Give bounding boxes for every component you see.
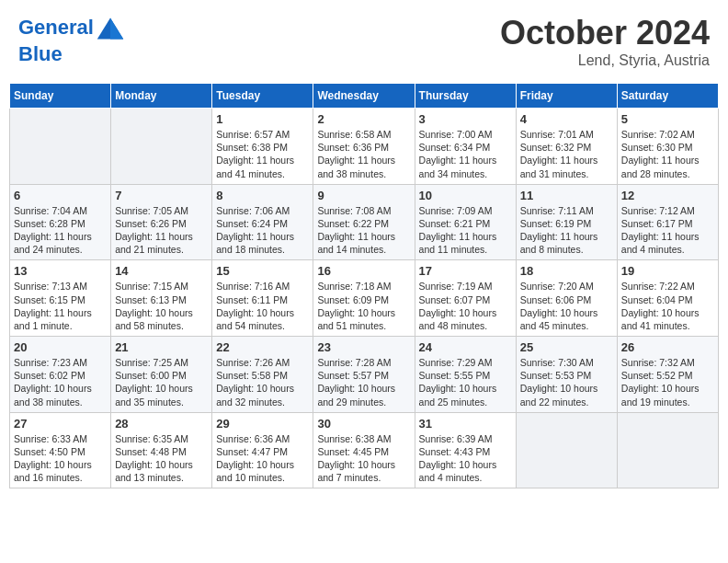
day-number: 29	[216, 417, 309, 431]
calendar-cell: 29Sunrise: 6:36 AMSunset: 4:47 PMDayligh…	[212, 412, 313, 488]
calendar-cell: 5Sunrise: 7:02 AMSunset: 6:30 PMDaylight…	[617, 109, 718, 185]
calendar-cell: 20Sunrise: 7:23 AMSunset: 6:02 PMDayligh…	[10, 337, 111, 413]
cell-daylight-info: Sunrise: 7:02 AMSunset: 6:30 PMDaylight:…	[621, 128, 714, 180]
calendar-cell	[111, 109, 212, 185]
cell-daylight-info: Sunrise: 7:18 AMSunset: 6:09 PMDaylight:…	[317, 280, 410, 332]
calendar-week-3: 13Sunrise: 7:13 AMSunset: 6:15 PMDayligh…	[10, 260, 719, 337]
title-block: October 2024 Lend, Styria, Austria	[500, 14, 710, 69]
day-number: 5	[621, 112, 714, 126]
location-title: Lend, Styria, Austria	[500, 52, 710, 69]
calendar-cell	[10, 109, 111, 185]
calendar-cell: 27Sunrise: 6:33 AMSunset: 4:50 PMDayligh…	[10, 412, 111, 488]
cell-daylight-info: Sunrise: 7:22 AMSunset: 6:04 PMDaylight:…	[621, 280, 714, 332]
calendar-cell: 9Sunrise: 7:08 AMSunset: 6:22 PMDaylight…	[313, 184, 415, 260]
day-number: 22	[216, 340, 309, 354]
calendar-week-2: 6Sunrise: 7:04 AMSunset: 6:28 PMDaylight…	[10, 184, 719, 260]
calendar-cell: 6Sunrise: 7:04 AMSunset: 6:28 PMDaylight…	[10, 184, 111, 260]
logo: General Blue	[18, 14, 125, 65]
day-number: 2	[317, 112, 410, 126]
calendar-cell: 17Sunrise: 7:19 AMSunset: 6:07 PMDayligh…	[415, 260, 516, 337]
day-number: 25	[520, 340, 613, 354]
day-number: 8	[216, 189, 309, 202]
day-number: 31	[419, 417, 512, 431]
calendar-cell: 16Sunrise: 7:18 AMSunset: 6:09 PMDayligh…	[313, 260, 415, 337]
day-number: 20	[14, 340, 107, 354]
cell-daylight-info: Sunrise: 7:15 AMSunset: 6:13 PMDaylight:…	[115, 280, 208, 332]
calendar-cell: 21Sunrise: 7:25 AMSunset: 6:00 PMDayligh…	[111, 337, 212, 413]
calendar-week-5: 27Sunrise: 6:33 AMSunset: 4:50 PMDayligh…	[10, 412, 719, 488]
weekday-header-row: SundayMondayTuesdayWednesdayThursdayFrid…	[10, 84, 719, 109]
calendar-cell: 8Sunrise: 7:06 AMSunset: 6:24 PMDaylight…	[212, 184, 313, 260]
day-number: 21	[115, 340, 208, 354]
cell-daylight-info: Sunrise: 6:33 AMSunset: 4:50 PMDaylight:…	[14, 432, 107, 485]
calendar-cell	[516, 412, 617, 488]
calendar-cell: 18Sunrise: 7:20 AMSunset: 6:06 PMDayligh…	[516, 260, 617, 337]
cell-daylight-info: Sunrise: 7:30 AMSunset: 5:53 PMDaylight:…	[520, 356, 613, 408]
cell-daylight-info: Sunrise: 7:26 AMSunset: 5:58 PMDaylight:…	[216, 356, 309, 408]
calendar-week-1: 1Sunrise: 6:57 AMSunset: 6:38 PMDaylight…	[10, 109, 719, 185]
weekday-friday: Friday	[516, 84, 617, 109]
cell-daylight-info: Sunrise: 7:01 AMSunset: 6:32 PMDaylight:…	[520, 128, 613, 180]
day-number: 18	[520, 264, 613, 278]
day-number: 13	[14, 264, 107, 278]
cell-daylight-info: Sunrise: 7:04 AMSunset: 6:28 PMDaylight:…	[14, 204, 107, 257]
weekday-tuesday: Tuesday	[212, 84, 313, 109]
day-number: 19	[621, 264, 714, 278]
cell-daylight-info: Sunrise: 6:35 AMSunset: 4:48 PMDaylight:…	[115, 432, 208, 485]
calendar-cell: 11Sunrise: 7:11 AMSunset: 6:19 PMDayligh…	[516, 184, 617, 260]
calendar-cell: 2Sunrise: 6:58 AMSunset: 6:36 PMDaylight…	[313, 109, 415, 185]
weekday-monday: Monday	[111, 84, 212, 109]
calendar-body: 1Sunrise: 6:57 AMSunset: 6:38 PMDaylight…	[10, 109, 719, 488]
calendar-cell: 28Sunrise: 6:35 AMSunset: 4:48 PMDayligh…	[111, 412, 212, 488]
cell-daylight-info: Sunrise: 7:08 AMSunset: 6:22 PMDaylight:…	[317, 204, 410, 257]
cell-daylight-info: Sunrise: 7:13 AMSunset: 6:15 PMDaylight:…	[14, 280, 107, 332]
calendar-cell: 23Sunrise: 7:28 AMSunset: 5:57 PMDayligh…	[313, 337, 415, 413]
day-number: 4	[520, 112, 613, 126]
calendar-cell: 26Sunrise: 7:32 AMSunset: 5:52 PMDayligh…	[617, 337, 718, 413]
cell-daylight-info: Sunrise: 7:25 AMSunset: 6:00 PMDaylight:…	[115, 356, 208, 408]
cell-daylight-info: Sunrise: 7:06 AMSunset: 6:24 PMDaylight:…	[216, 204, 309, 257]
weekday-saturday: Saturday	[617, 84, 718, 109]
calendar-cell: 1Sunrise: 6:57 AMSunset: 6:38 PMDaylight…	[212, 109, 313, 185]
logo-text: General	[18, 14, 125, 43]
day-number: 26	[621, 340, 714, 354]
calendar-cell: 31Sunrise: 6:39 AMSunset: 4:43 PMDayligh…	[415, 412, 516, 488]
weekday-wednesday: Wednesday	[313, 84, 415, 109]
calendar-cell	[617, 412, 718, 488]
day-number: 10	[419, 189, 512, 202]
calendar-cell: 10Sunrise: 7:09 AMSunset: 6:21 PMDayligh…	[415, 184, 516, 260]
day-number: 15	[216, 264, 309, 278]
calendar-cell: 12Sunrise: 7:12 AMSunset: 6:17 PMDayligh…	[617, 184, 718, 260]
cell-daylight-info: Sunrise: 7:09 AMSunset: 6:21 PMDaylight:…	[419, 204, 512, 257]
cell-daylight-info: Sunrise: 7:11 AMSunset: 6:19 PMDaylight:…	[520, 204, 613, 257]
cell-daylight-info: Sunrise: 7:29 AMSunset: 5:55 PMDaylight:…	[419, 356, 512, 408]
calendar-cell: 14Sunrise: 7:15 AMSunset: 6:13 PMDayligh…	[111, 260, 212, 337]
weekday-sunday: Sunday	[10, 84, 111, 109]
calendar-cell: 25Sunrise: 7:30 AMSunset: 5:53 PMDayligh…	[516, 337, 617, 413]
day-number: 3	[419, 112, 512, 126]
cell-daylight-info: Sunrise: 7:23 AMSunset: 6:02 PMDaylight:…	[14, 356, 107, 408]
cell-daylight-info: Sunrise: 6:58 AMSunset: 6:36 PMDaylight:…	[317, 128, 410, 180]
day-number: 7	[115, 189, 208, 202]
day-number: 14	[115, 264, 208, 278]
calendar-cell: 15Sunrise: 7:16 AMSunset: 6:11 PMDayligh…	[212, 260, 313, 337]
cell-daylight-info: Sunrise: 7:16 AMSunset: 6:11 PMDaylight:…	[216, 280, 309, 332]
logo-general: General	[18, 16, 94, 39]
day-number: 23	[317, 340, 410, 354]
calendar-cell: 30Sunrise: 6:38 AMSunset: 4:45 PMDayligh…	[313, 412, 415, 488]
calendar-cell: 22Sunrise: 7:26 AMSunset: 5:58 PMDayligh…	[212, 337, 313, 413]
calendar-cell: 3Sunrise: 7:00 AMSunset: 6:34 PMDaylight…	[415, 109, 516, 185]
day-number: 16	[317, 264, 410, 278]
calendar-cell: 7Sunrise: 7:05 AMSunset: 6:26 PMDaylight…	[111, 184, 212, 260]
cell-daylight-info: Sunrise: 7:32 AMSunset: 5:52 PMDaylight:…	[621, 356, 714, 408]
calendar-cell: 19Sunrise: 7:22 AMSunset: 6:04 PMDayligh…	[617, 260, 718, 337]
cell-daylight-info: Sunrise: 7:19 AMSunset: 6:07 PMDaylight:…	[419, 280, 512, 332]
calendar-week-4: 20Sunrise: 7:23 AMSunset: 6:02 PMDayligh…	[10, 337, 719, 413]
svg-marker-1	[110, 17, 123, 39]
day-number: 12	[621, 189, 714, 202]
day-number: 1	[216, 112, 309, 126]
month-title: October 2024	[500, 14, 710, 52]
cell-daylight-info: Sunrise: 6:39 AMSunset: 4:43 PMDaylight:…	[419, 432, 512, 485]
day-number: 6	[14, 189, 107, 202]
day-number: 11	[520, 189, 613, 202]
